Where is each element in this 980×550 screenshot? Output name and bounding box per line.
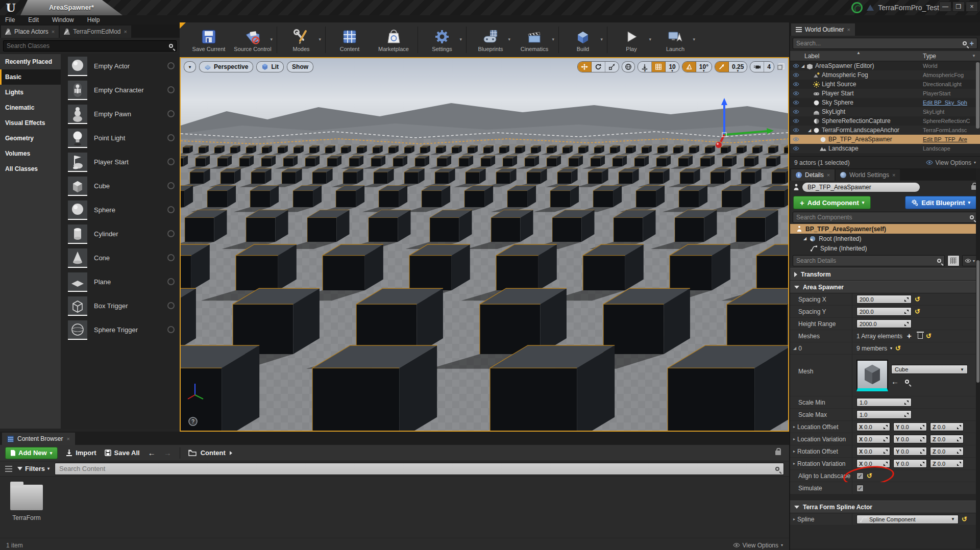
place-item-cylinder[interactable]: Cylinder (61, 222, 180, 246)
place-item-plane[interactable]: Plane (61, 270, 180, 294)
place-item-sphere[interactable]: Sphere (61, 198, 180, 222)
number-field[interactable]: 200.0 (856, 295, 912, 304)
outliner-row-landscape[interactable]: LandscapeLandscape (790, 144, 980, 153)
grid-snap-toggle[interactable] (652, 62, 666, 72)
toolbar-modes-button[interactable]: ▾Modes (279, 23, 323, 56)
menu-help[interactable]: Help (87, 16, 100, 23)
outliner-row-bp-tfp-areaspawner[interactable]: BP_TFP_AreaSpawnerEdit BP_TFP_Are (790, 135, 980, 144)
dropdown-caret-icon[interactable]: ▾ (552, 37, 554, 42)
outliner-row-spherereflectioncapture[interactable]: SphereReflectionCaptureSphereReflectionC (790, 116, 980, 126)
dropdown-caret-icon[interactable]: ▾ (459, 37, 462, 42)
mesh-dropdown[interactable]: Cube▼ (891, 365, 968, 374)
move-tool-button[interactable] (578, 62, 592, 72)
column-label[interactable]: Label (804, 53, 819, 60)
visibility-toggle[interactable] (790, 64, 801, 68)
content-view-options[interactable]: View Options ▾ (733, 542, 783, 549)
component-bp-tfp-areaspawner-self-[interactable]: BP_TFP_AreaSpawner(self) (790, 224, 980, 234)
grid-snap-value[interactable]: 10▾ (666, 62, 678, 72)
rotate-tool-button[interactable] (592, 62, 605, 72)
outliner-row-atmospheric-fog[interactable]: Atmospheric FogAtmosphericFog (790, 70, 980, 80)
dropdown-caret-icon[interactable]: ▾ (508, 37, 510, 42)
dropdown-caret-icon[interactable]: ▾ (649, 37, 651, 42)
outliner-row-areaspawner-editor-[interactable]: ◢AreaSpawner (Editor)World (790, 61, 980, 70)
viewport-help-icon[interactable]: ? (189, 417, 197, 426)
reset-to-default-icon[interactable]: ↺ (895, 345, 901, 352)
toolbar-content-button[interactable]: Content (328, 23, 372, 56)
close-icon[interactable]: × (124, 29, 127, 35)
x-field[interactable]: X0.0 (856, 422, 890, 431)
mesh-thumbnail[interactable] (856, 360, 888, 391)
tab-world-settings[interactable]: World Settings × (836, 169, 900, 181)
place-item-empty-actor[interactable]: Empty Actor (61, 54, 180, 78)
browse-to-asset-icon[interactable] (905, 380, 909, 384)
visibility-eye-icon[interactable] (793, 128, 799, 132)
visibility-eye-icon[interactable] (793, 82, 799, 86)
z-field[interactable]: Z0.0 (930, 447, 964, 456)
place-item-empty-character[interactable]: Empty Character (61, 78, 180, 102)
maximize-viewport-button[interactable] (777, 63, 785, 72)
visibility-eye-icon[interactable] (793, 119, 799, 123)
checkbox[interactable]: ✓ (856, 485, 864, 492)
expand-arrow-icon[interactable]: ◢ (801, 64, 806, 68)
number-field[interactable]: 1.0 (856, 398, 912, 407)
reset-to-default-icon[interactable]: ↺ (867, 472, 872, 479)
drag-handle-icon[interactable] (167, 326, 175, 333)
tab-world-outliner[interactable]: World Outliner × (791, 23, 855, 36)
outliner-view-options[interactable]: View Options ▾ (926, 159, 976, 166)
menu-window[interactable]: Window (52, 16, 74, 23)
tab-terraform-mode[interactable]: TerraFormEdMod × (60, 26, 131, 38)
tab-place-actors[interactable]: Place Actors × (1, 26, 59, 38)
outliner-row-sky-sphere[interactable]: Sky SphereEdit BP_Sky_Sph (790, 98, 980, 107)
drag-handle-icon[interactable] (167, 206, 175, 213)
maximize-button[interactable]: ❒ (952, 2, 965, 12)
menu-file[interactable]: File (5, 16, 15, 23)
collapse-arrow-icon[interactable] (794, 506, 799, 509)
camera-speed-value[interactable]: 4 (764, 62, 774, 72)
visibility-eye-icon[interactable] (793, 110, 799, 114)
visibility-toggle[interactable] (790, 73, 801, 77)
y-field[interactable]: Y0.0 (893, 459, 927, 468)
x-field[interactable]: X0.0 (856, 435, 890, 443)
toolbar-play-button[interactable]: ▾Play (609, 23, 653, 56)
drag-handle-icon[interactable] (904, 297, 909, 302)
expand-arrow-icon[interactable] (794, 272, 797, 277)
search-components-input[interactable]: Search Components (793, 212, 977, 223)
delete-icon[interactable] (918, 333, 923, 339)
section-header-terra-form-spline-actor[interactable]: Terra Form Spline Actor (790, 501, 980, 513)
place-item-sphere-trigger[interactable]: Sphere Trigger (61, 318, 180, 342)
sidebar-category-geometry[interactable]: Geometry (0, 131, 61, 146)
drag-handle-icon[interactable] (904, 413, 909, 417)
visibility-toggle[interactable] (790, 128, 801, 132)
expand-arrow-icon[interactable]: ◢ (803, 236, 806, 241)
number-field[interactable]: 1.0 (856, 410, 912, 419)
toolbar-build-button[interactable]: ▾Build (561, 23, 605, 56)
outliner-row-light-source[interactable]: Light SourceDirectionalLight (790, 80, 980, 89)
property-matrix-button[interactable] (947, 255, 960, 266)
drag-handle-icon[interactable] (167, 254, 175, 261)
outliner-row-terraformlandscapeanchor[interactable]: ◢TerraFormLandscapeAnchorTerraFormLandsc (790, 126, 980, 135)
close-icon[interactable]: × (827, 172, 830, 178)
drag-handle-icon[interactable] (904, 322, 909, 326)
dropdown-caret-icon[interactable]: ▾ (693, 37, 695, 42)
visibility-eye-icon[interactable] (793, 146, 799, 151)
toolbar-launch-button[interactable]: ▾Launch (653, 23, 697, 56)
rotation-snap-value[interactable]: 10°▾ (696, 62, 712, 72)
sidebar-category-visual-effects[interactable]: Visual Effects (0, 115, 61, 131)
breadcrumb-arrow-icon[interactable] (230, 451, 232, 455)
show-flags-button[interactable]: Show (287, 61, 313, 72)
place-item-point-light[interactable]: Point Light (61, 126, 180, 150)
camera-speed-button[interactable] (750, 62, 764, 72)
tab-details[interactable]: i Details × (791, 169, 835, 181)
component-root-inherited-[interactable]: ◢Root (Inherited) (790, 234, 980, 243)
y-field[interactable]: Y0.0 (893, 435, 927, 443)
sidebar-category-volumes[interactable]: Volumes (0, 146, 61, 161)
sidebar-category-basic[interactable]: Basic (0, 69, 61, 85)
minimize-button[interactable]: — (939, 2, 951, 12)
display-filter-button[interactable]: ▾ (962, 255, 977, 266)
section-header-transform[interactable]: Transform (790, 268, 980, 281)
expand-arrow-icon[interactable]: ▸ (793, 437, 795, 441)
x-field[interactable]: X0.0 (856, 459, 890, 468)
type-filter-icon[interactable]: ▼ (972, 54, 976, 58)
expand-arrow-icon[interactable]: ▸ (793, 424, 795, 429)
sidebar-category-all-classes[interactable]: All Classes (0, 161, 61, 177)
